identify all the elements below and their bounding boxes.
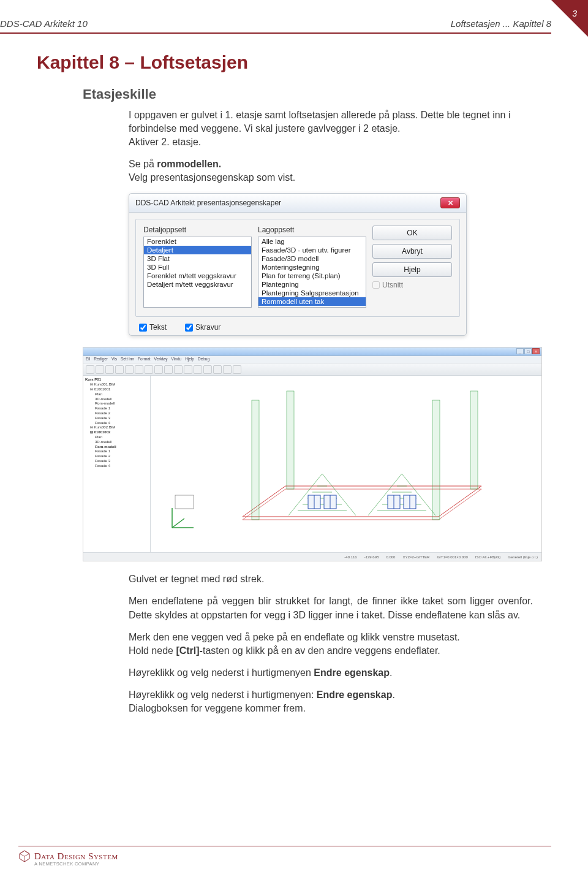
tree-item[interactable]: Fasade 2 — [85, 411, 148, 416]
list-item[interactable]: Detaljert m/tett veggskravur — [144, 280, 251, 289]
minimize-icon[interactable]: _ — [516, 348, 524, 354]
tree-item[interactable]: Kurs P01 — [85, 378, 148, 382]
toolbar-button[interactable] — [125, 365, 134, 374]
para-endflates: Men endeflatene på veggen blir strukket … — [129, 594, 533, 621]
toolbar-button[interactable] — [135, 365, 143, 374]
tree-item[interactable]: Fasade 3 — [85, 459, 148, 464]
menu-item[interactable]: Vis — [111, 357, 117, 362]
tree-item[interactable]: Rom-modell — [85, 401, 148, 406]
window-buttons: _ □ × — [516, 348, 540, 354]
layer-label: Lagoppsett — [258, 226, 366, 234]
tree-item[interactable]: Fasade 3 — [85, 416, 148, 421]
section-title: Etasjeskille — [83, 86, 533, 102]
tree-item[interactable]: ⊟ 01001001 — [85, 387, 148, 392]
close-icon[interactable]: × — [532, 348, 540, 354]
list-item[interactable]: Detaljert — [144, 246, 251, 254]
page-number: 3 — [572, 9, 577, 18]
toolbar-button[interactable] — [194, 365, 202, 374]
dialog-title: DDS-CAD Arkitekt presentasjonsegenskaper — [135, 199, 281, 207]
tree-item[interactable]: Fasade 4 — [85, 421, 148, 426]
menu-item[interactable]: Eil — [86, 357, 90, 362]
cad-toolbar[interactable] — [83, 363, 541, 376]
tree-item[interactable]: Plan — [85, 392, 148, 397]
axis-icon — [166, 503, 197, 534]
toolbar-button[interactable] — [105, 365, 114, 374]
status-field: 0.000 — [386, 555, 395, 559]
toolbar-button[interactable] — [203, 365, 212, 374]
para-red-stroke: Gulvet er tegnet med rød strek. — [129, 572, 533, 586]
tree-item[interactable]: ⊟ 01001002 — [85, 430, 148, 435]
toolbar-button[interactable] — [174, 365, 183, 374]
svg-line-27 — [172, 518, 184, 528]
tree-item[interactable]: Fasade 1 — [85, 406, 148, 411]
cad-application-screenshot: _ □ × EilRedigerVisSett innFormatVerktøy… — [83, 347, 542, 561]
list-item[interactable]: Forenklet m/tett veggskravur — [144, 272, 251, 280]
list-item[interactable]: Forenklet — [144, 237, 251, 246]
toolbar-button[interactable] — [184, 365, 192, 374]
menu-item[interactable]: Verktøy — [154, 357, 168, 362]
tree-item[interactable]: Plan — [85, 435, 148, 440]
svg-rect-3 — [287, 391, 294, 489]
para-activate: Aktiver 2. etasje. — [129, 135, 533, 149]
cad-viewport[interactable] — [151, 376, 541, 552]
tekst-checkbox[interactable]: Tekst — [139, 323, 167, 332]
tree-item[interactable]: 3D-modell — [85, 440, 148, 445]
tree-item[interactable]: Fasade 1 — [85, 449, 148, 454]
toolbar-button[interactable] — [213, 365, 222, 374]
footer-sub: A NEMETSCHEK COMPANY — [34, 861, 118, 867]
header-right: Loftsetasjen ... Kapittel 8 — [451, 18, 551, 29]
status-field: Generell (linje o l.) — [508, 555, 538, 559]
tree-item[interactable]: Rom-modell — [85, 445, 148, 450]
detail-listbox[interactable]: ForenkletDetaljert3D Flat3D FullForenkle… — [143, 237, 252, 308]
list-item[interactable]: Fasade/3D - uten utv. figurer — [258, 246, 366, 254]
page-number-corner: 3 — [551, 0, 588, 37]
list-item[interactable]: Plantegning Salgspresentasjon — [258, 289, 366, 297]
menu-item[interactable]: Format — [138, 357, 151, 362]
help-button[interactable]: Hjelp — [372, 262, 452, 277]
header-left: DDS-CAD Arkitekt 10 — [0, 18, 88, 29]
tree-item[interactable]: ⊟ Kurs001.BIM — [85, 382, 148, 387]
close-icon[interactable]: ✕ — [440, 197, 460, 208]
list-item[interactable]: 3D Flat — [144, 254, 251, 263]
menu-item[interactable]: Sett inn — [121, 357, 134, 362]
tree-item[interactable]: Fasade 4 — [85, 464, 148, 469]
tree-item[interactable]: 3D-modell — [85, 397, 148, 402]
toolbar-button[interactable] — [145, 365, 153, 374]
tree-item[interactable]: Fasade 2 — [85, 454, 148, 459]
dds-logo-icon — [18, 850, 31, 862]
menu-item[interactable]: Debug — [198, 357, 209, 362]
ok-button[interactable]: OK — [372, 226, 452, 240]
page-content: Kapittel 8 – Loftsetasjen Etasjeskille I… — [0, 34, 588, 715]
utsnitt-checkbox[interactable]: Utsnitt — [372, 281, 452, 289]
menu-item[interactable]: Rediger — [94, 357, 108, 362]
maximize-icon[interactable]: □ — [524, 348, 532, 354]
list-item[interactable]: Rommodell uten tak — [258, 297, 366, 306]
toolbar-button[interactable] — [96, 365, 104, 374]
para-rightclick-1: Høyreklikk og velg nederst i hurtigmenye… — [129, 666, 533, 680]
toolbar-button[interactable] — [233, 365, 241, 374]
model-drawing — [151, 376, 541, 552]
menu-item[interactable]: Vindu — [172, 357, 182, 362]
page-header: DDS-CAD Arkitekt 10 Loftsetasjen ... Kap… — [0, 0, 588, 32]
cad-titlebar: _ □ × — [83, 348, 541, 356]
toolbar-button[interactable] — [86, 365, 94, 374]
toolbar-button[interactable] — [154, 365, 163, 374]
toolbar-button[interactable] — [223, 365, 232, 374]
list-item[interactable]: Monteringstegning — [258, 263, 366, 272]
skravur-checkbox[interactable]: Skravur — [185, 323, 221, 332]
layer-listbox[interactable]: Alle lagFasade/3D - uten utv. figurerFas… — [258, 237, 366, 308]
project-tree[interactable]: Kurs P01⊟ Kurs001.BIM⊟ 01001001Plan3D-mo… — [83, 376, 151, 552]
list-item[interactable]: 3D Full — [144, 263, 251, 272]
cad-menubar[interactable]: EilRedigerVisSett innFormatVerktøyVinduH… — [83, 356, 541, 363]
list-item[interactable]: Plantegning — [258, 280, 366, 289]
cancel-button[interactable]: Avbryt — [372, 244, 452, 259]
status-field: -40.116 — [344, 555, 356, 559]
menu-item[interactable]: Hjelp — [185, 357, 194, 362]
toolbar-button[interactable] — [115, 365, 124, 374]
list-item[interactable]: Fasade/3D modell — [258, 254, 366, 263]
list-item[interactable]: Plan for terreng (Sit.plan) — [258, 272, 366, 280]
list-item[interactable]: Alle lag — [258, 237, 366, 246]
para-rightclick-2: Høyreklikk og velg nederst i hurtigmenye… — [129, 688, 533, 715]
toolbar-button[interactable] — [164, 365, 173, 374]
tree-item[interactable]: ⊟ Kurs002.BIM — [85, 425, 148, 430]
